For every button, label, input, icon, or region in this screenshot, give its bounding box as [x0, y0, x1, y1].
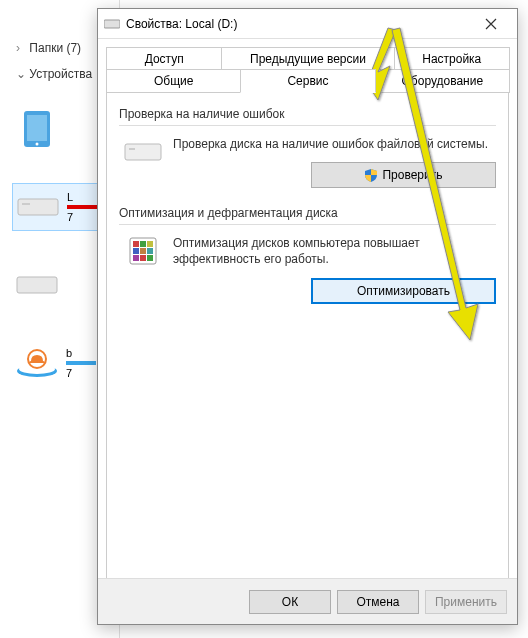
tab-strip: Доступ Предыдущие версии Настройка Общие… [106, 47, 509, 92]
svg-rect-10 [125, 144, 161, 160]
tab-content-tools: Проверка на наличие ошибок Проверка диск… [106, 92, 509, 582]
drive-item-cloud[interactable]: b 7 [12, 339, 107, 387]
svg-rect-16 [133, 248, 139, 254]
tab-previous-versions[interactable]: Предыдущие версии [221, 47, 394, 70]
drive-usage-bar [67, 205, 97, 209]
svg-rect-17 [140, 248, 146, 254]
close-button[interactable] [471, 10, 511, 38]
svg-rect-19 [133, 255, 139, 261]
group-description: Проверка диска на наличие ошибок файлово… [173, 136, 496, 152]
drive-label: b [66, 347, 96, 359]
svg-rect-14 [140, 241, 146, 247]
tablet-icon [12, 109, 62, 149]
svg-rect-18 [147, 248, 153, 254]
drive-icon [123, 136, 163, 168]
svg-point-2 [36, 143, 39, 146]
button-label: Оптимизировать [357, 284, 450, 298]
group-title: Оптимизация и дефрагментация диска [119, 206, 496, 220]
svg-rect-11 [129, 148, 135, 150]
optimize-button[interactable]: Оптимизировать [311, 278, 496, 304]
check-button[interactable]: Проверить [311, 162, 496, 188]
ok-button[interactable]: ОК [249, 590, 331, 614]
nav-devices-label: Устройства [29, 67, 92, 81]
tab-tools[interactable]: Сервис [240, 69, 375, 93]
svg-rect-15 [147, 241, 153, 247]
dialog-title: Свойства: Local (D:) [126, 17, 471, 31]
nav-folders-label: Папки (7) [29, 41, 81, 55]
divider [119, 125, 496, 126]
group-description: Оптимизация дисков компьютера повышает э… [173, 235, 496, 267]
group-optimize: Оптимизация и дефрагментация диска Оптим… [119, 206, 496, 303]
cancel-button[interactable]: Отмена [337, 590, 419, 614]
drive-sub: 7 [66, 367, 96, 379]
drive-label: L [67, 191, 97, 203]
tab-customize[interactable]: Настройка [394, 47, 510, 70]
dialog-titlebar: Свойства: Local (D:) [98, 9, 517, 39]
chevron-right-icon: › [16, 41, 26, 55]
drive-item-tablet[interactable] [12, 105, 107, 153]
dialog-footer: ОК Отмена Применить [98, 578, 517, 624]
group-error-checking: Проверка на наличие ошибок Проверка диск… [119, 107, 496, 188]
properties-dialog: Свойства: Local (D:) Доступ Предыдущие в… [97, 8, 518, 625]
group-title: Проверка на наличие ошибок [119, 107, 496, 121]
drive-usage-bar [66, 361, 96, 365]
chevron-down-icon: ⌄ [16, 67, 26, 81]
drive-sub: 7 [67, 211, 97, 223]
svg-rect-21 [147, 255, 153, 261]
svg-rect-5 [17, 277, 57, 293]
svg-rect-9 [104, 20, 120, 28]
drive-item-2[interactable] [12, 261, 107, 309]
shield-icon [364, 168, 378, 182]
close-icon [485, 18, 497, 30]
tab-hardware[interactable]: Оборудование [375, 69, 510, 93]
drive-icon [12, 265, 62, 305]
apply-button[interactable]: Применить [425, 590, 507, 614]
button-label: Проверить [382, 168, 442, 182]
drive-icon [104, 16, 120, 32]
svg-rect-13 [133, 241, 139, 247]
svg-rect-20 [140, 255, 146, 261]
defrag-icon [123, 235, 163, 267]
svg-rect-4 [22, 203, 30, 205]
drive-icon [13, 187, 63, 227]
svg-rect-1 [27, 115, 47, 141]
svg-rect-3 [18, 199, 58, 215]
tab-access[interactable]: Доступ [106, 47, 222, 70]
cloud-drive-icon [12, 343, 62, 383]
drives-list: L 7 b 7 [12, 105, 107, 417]
drive-item-local-d[interactable]: L 7 [12, 183, 107, 231]
tab-general[interactable]: Общие [106, 69, 241, 93]
divider [119, 224, 496, 225]
